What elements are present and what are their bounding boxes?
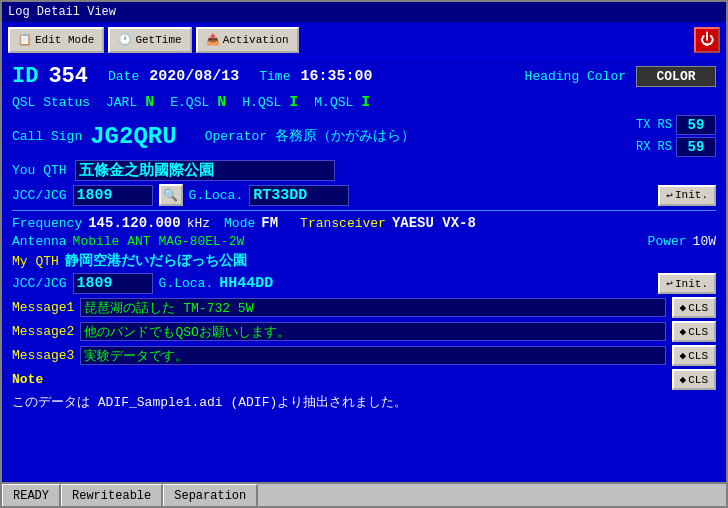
my-gloca-value: HH44DD <box>219 275 273 292</box>
callsign-value: JG2QRU <box>90 123 176 150</box>
time-value: 16:35:00 <box>300 68 372 85</box>
power-value: 10W <box>693 234 716 249</box>
my-init-icon: ↩ <box>666 277 673 290</box>
mqsl-value: I <box>361 94 370 111</box>
note-text-row: このデータは ADIF_Sample1.adi (ADIF)より抽出されました。 <box>12 393 716 411</box>
jarl-label: JARL <box>106 95 137 110</box>
tx-rs-input[interactable] <box>676 115 716 135</box>
message3-row: Message3 ◆ CLS <box>12 345 716 366</box>
heading-color-label: Heading Color <box>525 69 626 84</box>
note-label-row: Note ◆ CLS <box>12 369 716 390</box>
mode-value: FM <box>261 215 278 231</box>
note-text: このデータは ADIF_Sample1.adi (ADIF)より抽出されました。 <box>12 393 407 411</box>
msg3-cls-button[interactable]: ◆ CLS <box>672 345 716 366</box>
cls2-icon: ◆ <box>680 325 687 338</box>
activation-button[interactable]: 📤 Activation <box>196 27 299 53</box>
id-label: ID <box>12 64 38 89</box>
msg1-input[interactable] <box>80 298 665 317</box>
jcc-init-button[interactable]: ↩ Init. <box>658 185 716 206</box>
status-separation: Separation <box>163 484 258 506</box>
msg2-label: Message2 <box>12 324 74 339</box>
gloca-label: G.Loca. <box>189 188 244 203</box>
msg1-cls-button[interactable]: ◆ CLS <box>672 297 716 318</box>
heading-color-box[interactable]: COLOR <box>636 66 716 87</box>
get-time-button[interactable]: 🕐 GetTime <box>108 27 191 53</box>
my-jcc-init-button[interactable]: ↩ Init. <box>658 273 716 294</box>
status-ready: READY <box>2 484 61 506</box>
tx-rs-row: TX RS <box>636 115 716 135</box>
my-jcc-label: JCC/JCG <box>12 276 67 291</box>
operator-label: Operator <box>205 129 267 144</box>
cls1-icon: ◆ <box>680 301 687 314</box>
my-qth-row: My QTH 静岡空港だいだらぼっち公園 <box>12 252 716 270</box>
callsign-row: Call Sign JG2QRU Operator 各務原（かがみはら） TX … <box>12 115 716 157</box>
id-row: ID 354 Date 2020/08/13 Time 16:35:00 Hea… <box>12 64 716 89</box>
frequency-label: Frequency <box>12 216 82 231</box>
my-jcc-row: JCC/JCG G.Loca. HH44DD ↩ Init. <box>12 273 716 294</box>
hqsl-value: I <box>289 94 298 111</box>
msg2-cls-button[interactable]: ◆ CLS <box>672 321 716 342</box>
qsl-row: QSL Status JARL N E.QSL N H.QSL I M.QSL … <box>12 92 716 112</box>
antenna-value: Mobile ANT MAG-80EL-2W <box>73 234 245 249</box>
window-title: Log Detail View <box>8 5 116 19</box>
msg1-label: Message1 <box>12 300 74 315</box>
my-gloca-label: G.Loca. <box>159 276 214 291</box>
edit-mode-button[interactable]: 📋 Edit Mode <box>8 27 104 53</box>
rx-rs-label: RX RS <box>636 140 672 154</box>
note-cls-button[interactable]: ◆ CLS <box>672 369 716 390</box>
edit-icon: 📋 <box>18 33 32 46</box>
date-value: 2020/08/13 <box>149 68 239 85</box>
my-qth-value: 静岡空港だいだらぼっち公園 <box>65 252 247 270</box>
frequency-row: Frequency 145.120.000 kHz Mode FM Transc… <box>12 215 716 231</box>
you-qth-row: You QTH <box>12 160 716 181</box>
status-rewriteable: Rewriteable <box>61 484 163 506</box>
jarl-value: N <box>145 94 154 111</box>
hqsl-label: H.QSL <box>242 95 281 110</box>
rx-rs-input[interactable] <box>676 137 716 157</box>
id-value: 354 <box>48 64 88 89</box>
toolbar: 📋 Edit Mode 🕐 GetTime 📤 Activation ⏻ <box>2 22 726 58</box>
mode-label: Mode <box>224 216 255 231</box>
message1-row: Message1 ◆ CLS <box>12 297 716 318</box>
date-label: Date <box>108 69 139 84</box>
mqsl-label: M.QSL <box>314 95 353 110</box>
gloca-input[interactable] <box>249 185 349 206</box>
transceiver-label: Transceiver <box>300 216 386 231</box>
cls3-icon: ◆ <box>680 349 687 362</box>
message2-row: Message2 ◆ CLS <box>12 321 716 342</box>
time-label: Time <box>259 69 290 84</box>
jcc-label: JCC/JCG <box>12 188 67 203</box>
my-jcc-input[interactable] <box>73 273 153 294</box>
rs-box: TX RS RX RS <box>636 115 716 157</box>
rx-rs-row: RX RS <box>636 137 716 157</box>
my-qth-label: My QTH <box>12 254 59 269</box>
cls-note-icon: ◆ <box>680 373 687 386</box>
msg2-input[interactable] <box>80 322 665 341</box>
eqsl-label: E.QSL <box>170 95 209 110</box>
callsign-label: Call Sign <box>12 129 82 144</box>
activation-icon: 📤 <box>206 33 220 46</box>
search-button[interactable]: 🔍 <box>159 184 183 206</box>
divider1 <box>12 210 716 211</box>
msg3-label: Message3 <box>12 348 74 363</box>
frequency-value: 145.120.000 <box>88 215 180 231</box>
statusbar: READY Rewriteable Separation <box>2 482 726 506</box>
you-qth-label: You QTH <box>12 163 67 178</box>
power-label: Power <box>648 234 687 249</box>
main-content: ID 354 Date 2020/08/13 Time 16:35:00 Hea… <box>2 58 726 482</box>
jcc-row: JCC/JCG 🔍 G.Loca. ↩ Init. <box>12 184 716 206</box>
you-qth-input[interactable] <box>75 160 335 181</box>
note-label: Note <box>12 372 43 387</box>
qsl-status-label: QSL Status <box>12 95 90 110</box>
power-icon: ⏻ <box>700 32 714 48</box>
antenna-row: Antenna Mobile ANT MAG-80EL-2W Power 10W <box>12 234 716 249</box>
antenna-label: Antenna <box>12 234 67 249</box>
jcc-input[interactable] <box>73 185 153 206</box>
power-button[interactable]: ⏻ <box>694 27 720 53</box>
msg3-input[interactable] <box>80 346 665 365</box>
title-bar: Log Detail View <box>2 2 726 22</box>
frequency-unit: kHz <box>187 216 210 231</box>
search-icon: 🔍 <box>163 188 178 203</box>
main-window: Log Detail View 📋 Edit Mode 🕐 GetTime 📤 … <box>0 0 728 508</box>
init-icon: ↩ <box>666 189 673 202</box>
